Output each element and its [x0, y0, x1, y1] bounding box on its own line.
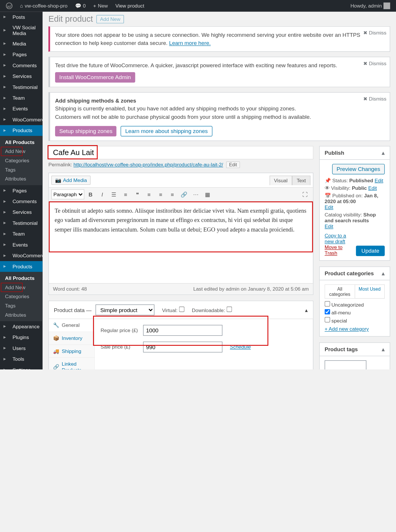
admin-sidebar: ▸Posts▸VW Social Media▸Media▸Pages▸Comme… [0, 12, 43, 369]
sidebar-item-media[interactable]: ▸Media [0, 38, 43, 49]
vis-edit[interactable]: Edit [368, 185, 377, 191]
ul-icon[interactable]: ☰ [108, 189, 119, 199]
sidebar-sub-tags[interactable]: Tags [0, 301, 43, 310]
product-title-input[interactable] [48, 146, 313, 159]
cat-cb-special[interactable] [325, 317, 330, 323]
align-right-icon[interactable]: ≡ [167, 189, 178, 199]
allcats-tab[interactable]: All categories [325, 285, 355, 298]
sidebar-item-settings[interactable]: ▸Settings [0, 365, 43, 369]
sidebar-item-testimonial[interactable]: ▸Testimonial [0, 82, 43, 92]
permalink-edit[interactable]: Edit [226, 161, 240, 168]
sidebar-item-comments[interactable]: ▸Comments [0, 60, 43, 71]
pdata-toggle[interactable]: ▴ [305, 307, 308, 313]
sidebar-item-products[interactable]: ▸Products [0, 125, 43, 136]
sidebar-item-events[interactable]: ▸Events [0, 239, 43, 250]
regular-price-input[interactable] [143, 325, 222, 336]
sidebar-item-pages[interactable]: ▸Pages [0, 185, 43, 196]
product-type-select[interactable]: Simple product [96, 305, 155, 315]
sidebar-item-testimonial[interactable]: ▸Testimonial [0, 218, 43, 228]
sidebar-sub-add-new[interactable]: Add New [0, 283, 43, 292]
pdata-tab-general[interactable]: 🔧General [49, 319, 94, 332]
visual-tab[interactable]: Visual [269, 175, 292, 185]
copy-draft-link[interactable]: Copy to a new draft [325, 233, 356, 244]
wp-logo[interactable] [3, 3, 15, 9]
mostused-tab[interactable]: Most Used [355, 285, 384, 298]
sale-price-input[interactable] [143, 342, 222, 352]
status-edit[interactable]: Edit [375, 178, 383, 183]
sidebar-sub-categories[interactable]: Categories [0, 156, 43, 165]
sidebar-item-woocommerce[interactable]: ▸WooCommerce [0, 250, 43, 261]
italic-icon[interactable]: I [97, 189, 108, 199]
editor-body[interactable]: Te obtinuit ut adepto satis somno. Aliis… [49, 201, 313, 247]
sidebar-item-team[interactable]: ▸Team [0, 93, 43, 103]
align-left-icon[interactable]: ≡ [143, 189, 154, 199]
virtual-checkbox[interactable] [179, 307, 184, 312]
sidebar-item-tools[interactable]: ▸Tools [0, 354, 43, 365]
schedule-link[interactable]: Schedule [230, 344, 251, 350]
sidebar-item-services[interactable]: ▸Services [0, 71, 43, 82]
more-icon[interactable]: ⋯ [190, 189, 201, 199]
learn-shipping-button[interactable]: Learn more about shipping zones [121, 126, 212, 136]
fullscreen-icon[interactable]: ⛶ [299, 189, 310, 199]
sidebar-item-users[interactable]: ▸Users [0, 343, 43, 354]
align-center-icon[interactable]: ≡ [155, 189, 166, 199]
add-category-link[interactable]: + Add new category [325, 326, 385, 332]
dismiss-wcadmin[interactable]: Dismiss [363, 61, 386, 66]
update-button[interactable]: Update [356, 246, 385, 256]
add-new-product[interactable]: Add New [96, 15, 124, 23]
ol-icon[interactable]: ≡ [120, 189, 131, 199]
view-product-link[interactable]: View product [113, 3, 147, 9]
cat-cb-Uncategorized[interactable] [325, 301, 330, 307]
cat-cb-all-menu[interactable] [325, 309, 330, 315]
pdata-tab-inventory[interactable]: 📦Inventory [49, 332, 94, 345]
tags-toggle[interactable]: ▴ [382, 346, 385, 353]
tag-input[interactable] [325, 360, 366, 369]
preview-button[interactable]: Preview Changes [332, 164, 385, 174]
publish-toggle[interactable]: ▴ [382, 150, 385, 156]
site-link[interactable]: ⌂ vw-coffee-shop-pro [17, 3, 70, 9]
permalink-url[interactable]: http://localhost/vw-coffee-shop-pro/inde… [73, 162, 223, 167]
sidebar-sub-attributes[interactable]: Attributes [0, 174, 43, 184]
sidebar-sub-categories[interactable]: Categories [0, 292, 43, 301]
downloadable-checkbox[interactable] [226, 307, 232, 312]
pdata-tab-shipping[interactable]: 🚚Shipping [49, 345, 94, 358]
link-icon[interactable]: 🔗 [179, 189, 189, 199]
sidebar-item-plugins[interactable]: ▸Plugins [0, 332, 43, 343]
user-greeting[interactable]: Howdy, admin [348, 3, 393, 9]
sidebar-sub-attributes[interactable]: Attributes [0, 310, 43, 320]
add-media-button[interactable]: 📷 Add Media [51, 176, 91, 185]
sidebar-sub-add-new[interactable]: Add New [0, 147, 43, 156]
dismiss-ssl[interactable]: Dismiss [363, 30, 386, 36]
pub-edit[interactable]: Edit [325, 204, 333, 210]
sidebar-item-posts[interactable]: ▸Posts [0, 12, 43, 22]
catvis-edit[interactable]: Edit [325, 224, 333, 229]
cats-toggle[interactable]: ▴ [382, 270, 385, 277]
quote-icon[interactable]: ❝ [132, 189, 143, 199]
ssl-learn-more[interactable]: Learn more here. [169, 40, 211, 46]
notice-shipping: Dismiss Add shipping methods & zones Shi… [48, 92, 390, 141]
sidebar-sub-all-products[interactable]: All Products [0, 274, 43, 283]
page-title: Edit product [48, 14, 93, 24]
install-wcadmin-button[interactable]: Install WooCommerce Admin [55, 72, 135, 82]
sidebar-item-comments[interactable]: ▸Comments [0, 196, 43, 207]
sidebar-item-pages[interactable]: ▸Pages [0, 49, 43, 60]
toolbar-toggle-icon[interactable]: ▦ [202, 189, 213, 199]
bold-icon[interactable]: B [85, 189, 96, 199]
sidebar-item-appearance[interactable]: ▸Appearance [0, 321, 43, 332]
sidebar-item-vw-social-media[interactable]: ▸VW Social Media [0, 23, 43, 39]
sidebar-item-services[interactable]: ▸Services [0, 207, 43, 218]
sidebar-sub-tags[interactable]: Tags [0, 165, 43, 174]
setup-shipping-button[interactable]: Setup shipping zones [55, 126, 117, 136]
text-tab[interactable]: Text [292, 175, 310, 185]
sidebar-item-products[interactable]: ▸Products [0, 261, 43, 272]
move-trash-link[interactable]: Move to Trash [325, 244, 356, 256]
comments-link[interactable]: 💬 0 [72, 3, 88, 9]
dismiss-shipping[interactable]: Dismiss [363, 96, 386, 101]
format-select[interactable]: Paragraph [51, 189, 84, 199]
sidebar-item-team[interactable]: ▸Team [0, 229, 43, 239]
sidebar-sub-all-products[interactable]: All Products [0, 138, 43, 147]
pdata-tab-linked-products[interactable]: 🔗Linked Products [49, 358, 94, 369]
sidebar-item-events[interactable]: ▸Events [0, 103, 43, 114]
sidebar-item-woocommerce[interactable]: ▸WooCommerce [0, 114, 43, 125]
new-link[interactable]: + New [91, 3, 110, 9]
